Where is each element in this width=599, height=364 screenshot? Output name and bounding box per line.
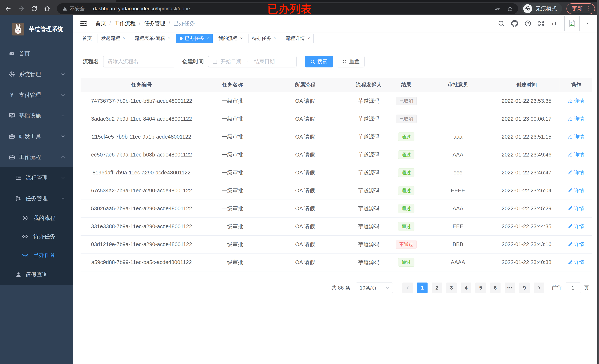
task-name-cell: 一级审批 (203, 164, 263, 182)
tab-home[interactable]: 首页 (79, 34, 95, 43)
opinion-cell: EEE (422, 217, 493, 235)
url-path[interactable]: /bpm/task/done (156, 6, 190, 12)
sidebar-item-leave-query[interactable]: 请假查询 (0, 264, 73, 285)
detail-link[interactable]: 详情 (568, 133, 584, 140)
detail-link[interactable]: 详情 (568, 151, 584, 158)
breadcrumb-item[interactable]: 任务管理 (144, 20, 165, 27)
action-cell: 详情 (560, 128, 592, 146)
detail-link[interactable]: 详情 (568, 205, 584, 212)
help-icon[interactable] (524, 19, 532, 28)
tab-process-detail[interactable]: 流程详情× (282, 34, 314, 43)
starter-cell: 芋道源码 (348, 200, 390, 217)
detail-link[interactable]: 详情 (568, 169, 584, 176)
update-button[interactable]: 更新 ⋮ (566, 3, 595, 14)
forward-icon[interactable] (17, 4, 26, 13)
table-row: 67c534a2-7b9a-11ec-a290-acde48001122一级审批… (80, 182, 592, 200)
fullscreen-icon[interactable] (537, 19, 546, 28)
detail-link[interactable]: 详情 (568, 241, 584, 248)
sidebar-item-my-process[interactable]: 我的流程 (0, 209, 73, 227)
sidebar-item-system-management[interactable]: 系统管理 (0, 64, 73, 85)
process-cell: OA 请假 (263, 164, 348, 182)
page-size-select[interactable]: 10条/页 (356, 283, 393, 293)
goto-page-input[interactable] (565, 283, 581, 293)
sidebar-item-payment-management[interactable]: ¥支付管理 (0, 85, 73, 105)
avatar[interactable] (564, 16, 580, 31)
starter-cell: 芋道源码 (348, 110, 390, 128)
date-end-placeholder[interactable]: 结束日期 (254, 58, 275, 65)
not-secure-warning-icon[interactable] (62, 6, 68, 11)
browser-menu-dots-icon[interactable]: ⋮ (586, 6, 592, 12)
created-time-cell: 2022-01-22 23:43:16 (493, 235, 560, 253)
sidebar-item-process-management[interactable]: 流程管理 (0, 167, 73, 188)
tab-todo-tasks[interactable]: 待办任务× (248, 34, 280, 43)
app-logo[interactable]: 芋道管理系统 (0, 15, 73, 43)
page-button[interactable]: 4 (461, 283, 471, 293)
result-badge: 已取消 (396, 115, 417, 123)
sidebar-item-infrastructure[interactable]: 基础设施 (0, 105, 73, 126)
sidebar-item-dev-tools[interactable]: 研发工具 (0, 126, 73, 147)
date-start-placeholder[interactable]: 开始日期 (220, 58, 241, 65)
detail-link[interactable]: 详情 (568, 98, 584, 104)
tab-process-form-edit[interactable]: 流程表单-编辑× (131, 34, 174, 43)
search-button[interactable]: 搜索 (305, 56, 333, 67)
close-icon[interactable]: × (240, 36, 243, 41)
pagination-more-button[interactable]: ••• (505, 283, 515, 293)
sidebar-collapse-icon[interactable] (79, 19, 88, 27)
detail-link[interactable]: 详情 (568, 223, 584, 230)
process-cell: OA 请假 (263, 110, 348, 128)
detail-link-label: 详情 (574, 259, 584, 266)
avatar-caret-icon[interactable] (583, 19, 592, 28)
pencil-icon (568, 152, 574, 157)
active-tab-dot (180, 37, 183, 40)
font-size-icon[interactable]: TT (550, 19, 559, 28)
breadcrumb-item[interactable]: 工作流程 (114, 20, 136, 27)
github-icon[interactable] (510, 19, 519, 28)
password-key-icon[interactable] (493, 5, 501, 12)
process-name-input[interactable] (103, 56, 175, 67)
close-icon[interactable]: × (123, 36, 125, 41)
next-page-button[interactable] (534, 283, 544, 293)
browser-active-tab[interactable] (0, 0, 116, 2)
page-button[interactable]: 2 (432, 283, 442, 293)
yen-icon: ¥ (8, 91, 16, 99)
sidebar-item-done-tasks[interactable]: 已办任务 (0, 246, 73, 264)
pencil-icon (568, 224, 574, 229)
sidebar-item-workflow[interactable]: 工作流程 (0, 147, 73, 167)
back-icon[interactable] (4, 4, 13, 13)
url-host[interactable]: dashboard.yudao.iocoder.cn (93, 6, 156, 12)
sidebar-item-todo-tasks[interactable]: 待办任务 (0, 227, 73, 246)
page-button[interactable]: 9 (519, 283, 530, 293)
breadcrumb-separator: / (168, 20, 170, 27)
tab-done-tasks[interactable]: 已办任务× (176, 34, 213, 43)
page-button[interactable]: 5 (476, 283, 486, 293)
close-icon[interactable]: × (274, 36, 276, 41)
close-icon[interactable]: × (168, 36, 170, 41)
detail-link[interactable]: 详情 (568, 187, 584, 194)
date-range-picker[interactable]: 开始日期 - 结束日期 (208, 56, 297, 67)
bookmark-star-icon[interactable] (506, 5, 514, 12)
reload-icon[interactable] (30, 4, 38, 13)
security-label[interactable]: 不安全 (70, 5, 85, 12)
starter-cell: 芋道源码 (348, 253, 390, 271)
home-icon[interactable] (43, 4, 51, 13)
breadcrumb-item[interactable]: 首页 (95, 20, 106, 27)
done-task-table: 任务编号任务名称所属流程流程发起人结果审批意见创建时间操作 74736737-7… (80, 78, 592, 271)
prev-page-button[interactable] (402, 283, 413, 293)
close-icon[interactable]: × (207, 36, 209, 41)
reset-button[interactable]: 重置 (337, 56, 365, 67)
task-id-cell: a59c9d88-7b99-11ec-ba5c-acde48001122 (80, 253, 203, 271)
search-icon[interactable] (497, 19, 505, 28)
page-button[interactable]: 3 (446, 283, 457, 293)
sidebar-item-task-management[interactable]: 任务管理 (0, 188, 73, 209)
page-button[interactable]: 1 (417, 283, 428, 293)
page-button[interactable]: 6 (490, 283, 501, 293)
sidebar-item-label: 基础设施 (19, 112, 41, 120)
sidebar-item-home[interactable]: 首页 (0, 43, 73, 64)
column-header: 流程发起人 (348, 78, 390, 92)
detail-link[interactable]: 详情 (568, 115, 584, 122)
tab-start-process[interactable]: 发起流程× (97, 34, 129, 43)
filter-bar: 流程名 创建时间 开始日期 - 结束日期 搜索 重置 (80, 55, 592, 68)
tab-my-process[interactable]: 我的流程× (215, 34, 246, 43)
close-icon[interactable]: × (308, 36, 310, 41)
detail-link[interactable]: 详情 (568, 259, 584, 266)
